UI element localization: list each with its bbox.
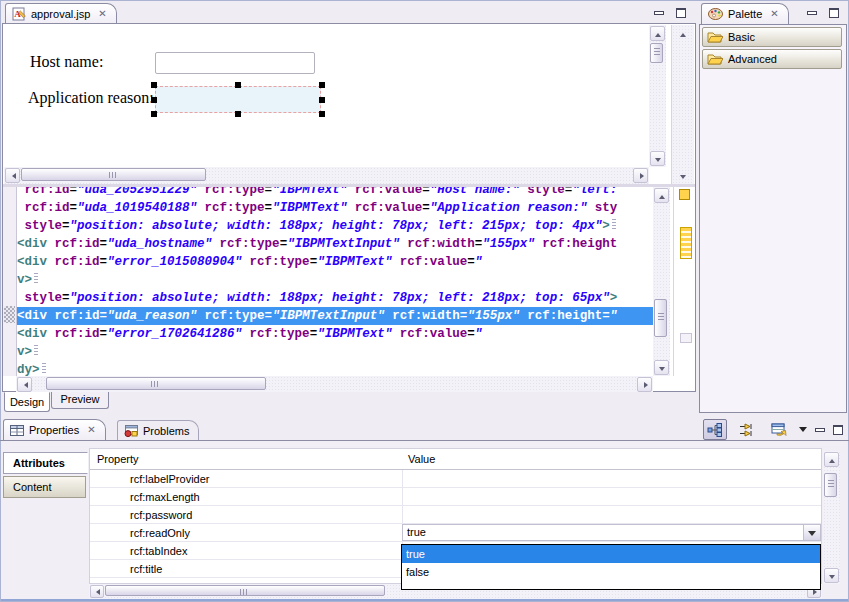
source-code-line[interactable]: rcf:id="uda_1019540188" rcf:type="IBPMTe… [17,199,653,217]
source-code-line[interactable]: v> [17,271,653,289]
scrollbar-thumb[interactable] [105,585,385,596]
source-vertical-scrollbar[interactable] [653,187,670,376]
scroll-down-arrow[interactable] [650,151,665,166]
source-code-line[interactable]: rcf:id="uda_2052951229" rcf:type="IBPMTe… [17,187,653,199]
editor-tab-approval-jsp[interactable]: A approval.jsp ✕ [5,3,117,24]
code-token: style [25,219,63,233]
palette-drawer-advanced[interactable]: Advanced [702,49,842,69]
application-reason-input-selected[interactable] [155,86,321,113]
combo-dropdown-button[interactable] [803,525,820,540]
scrollbar-thumb[interactable] [46,377,266,390]
selection-handle[interactable] [151,97,157,103]
code-token: rcf:height [527,309,602,323]
selection-handle[interactable] [151,82,157,88]
show-categories-icon[interactable] [703,419,727,440]
source-code-line[interactable]: <div rcf:id="error_1702641286" rcf:type=… [17,325,653,343]
tab-design[interactable]: Design [4,392,50,412]
scrollbar-thumb[interactable] [650,43,663,63]
close-icon[interactable]: ✕ [770,9,778,19]
design-canvas[interactable]: Host name: Application reason: [4,25,649,167]
design-vertical-scrollbar[interactable] [649,25,666,167]
palette-drawer-basic[interactable]: Basic [702,27,842,47]
scroll-down-arrow[interactable] [654,360,669,375]
column-header-property[interactable]: Property [97,449,139,470]
code-token: rcf:type [250,255,310,269]
table-row[interactable]: rcf:maxLength [90,488,821,506]
source-code-line[interactable]: dy> [17,361,653,376]
code-token: "error_1702641286" [107,327,242,341]
table-row-readonly[interactable]: rcf:readOnly true [90,524,821,542]
table-row[interactable]: rcf:labelProvider [90,470,821,488]
scrollbar-thumb[interactable] [824,473,837,497]
scroll-up-arrow[interactable] [650,26,665,41]
problems-tab[interactable]: Problems [117,420,199,440]
restore-default-icon[interactable] [767,419,791,440]
maximize-icon[interactable] [829,8,839,18]
close-icon[interactable]: ✕ [87,425,95,435]
code-token: "IBPMText" [317,327,392,341]
minimize-icon[interactable] [654,11,664,15]
dropdown-option-true[interactable]: true [402,545,820,563]
code-token: rcf:value [400,255,468,269]
scroll-up-arrow[interactable] [675,26,690,41]
selection-handle[interactable] [235,82,241,88]
source-code-line[interactable]: style="position: absolute; width: 188px;… [17,217,653,235]
source-code-line[interactable]: <div rcf:id="error_1015080904" rcf:type=… [17,253,653,271]
design-horizontal-scrollbar[interactable] [4,167,649,184]
code-token: " [475,255,483,269]
selection-handle[interactable] [319,97,325,103]
overview-ruler-header[interactable] [679,189,690,200]
code-token: rcf:width [407,237,475,251]
properties-toolbar [703,419,843,440]
column-header-value[interactable]: Value [408,449,435,470]
scroll-up-arrow[interactable] [654,188,669,203]
scroll-right-arrow[interactable] [637,377,652,392]
properties-vertical-scrollbar[interactable] [823,451,840,584]
scroll-down-arrow[interactable] [675,168,690,183]
minimize-icon[interactable] [807,11,817,15]
tab-content[interactable]: Content [3,476,86,498]
scroll-down-arrow[interactable] [824,568,839,583]
scroll-left-arrow[interactable] [5,168,20,183]
source-code-line[interactable]: <div rcf:id="uda_reason" rcf:type="IBPMT… [17,307,653,325]
host-name-input[interactable] [155,52,315,74]
editor-outer-scrollbar[interactable] [671,25,694,184]
scroll-up-arrow[interactable] [824,452,839,467]
palette-tab[interactable]: Palette ✕ [701,3,789,24]
code-token: = [62,291,70,305]
tab-attributes[interactable]: Attributes [3,452,88,474]
view-menu-icon[interactable] [799,427,807,436]
pin-to-selection-icon[interactable] [735,419,759,440]
tab-preview[interactable]: Preview [51,392,109,409]
scroll-left-arrow[interactable] [90,585,104,598]
selection-handle[interactable] [319,82,325,88]
scrollbar-thumb[interactable] [654,299,667,337]
annotation-mark[interactable] [680,333,692,343]
dropdown-option-false[interactable]: false [402,563,820,581]
source-horizontal-scrollbar[interactable] [16,376,653,392]
readonly-value-combo[interactable]: true [402,524,821,541]
code-token: = [310,327,318,341]
scrollbar-thumb[interactable] [21,168,206,181]
close-icon[interactable]: ✕ [98,9,106,19]
code-token: rcf:type [250,327,310,341]
maximize-icon[interactable] [833,425,843,435]
code-token: sty [595,201,618,215]
minimize-icon[interactable] [815,428,825,432]
selection-handle[interactable] [151,111,157,117]
selection-handle[interactable] [319,111,325,117]
code-token: <div [17,255,47,269]
source-code-line[interactable]: style="position: absolute; width: 188px;… [17,289,653,307]
properties-tab[interactable]: Properties ✕ [3,419,106,440]
selection-handle[interactable] [235,111,241,117]
maximize-icon[interactable] [676,8,686,18]
table-row[interactable]: rcf:password [90,506,821,524]
scroll-left-arrow[interactable] [17,377,32,392]
scroll-right-arrow[interactable] [633,168,648,183]
annotation-marks[interactable] [680,227,692,259]
source-code-line[interactable]: v> [17,343,653,361]
overview-ruler[interactable] [673,187,696,376]
code-token: "IBPMText" [272,201,347,215]
source-code-line[interactable]: <div rcf:id="uda_hostname" rcf:type="IBP… [17,235,653,253]
source-code-lines[interactable]: rcf:id="uda_2052951229" rcf:type="IBPMTe… [17,187,653,376]
